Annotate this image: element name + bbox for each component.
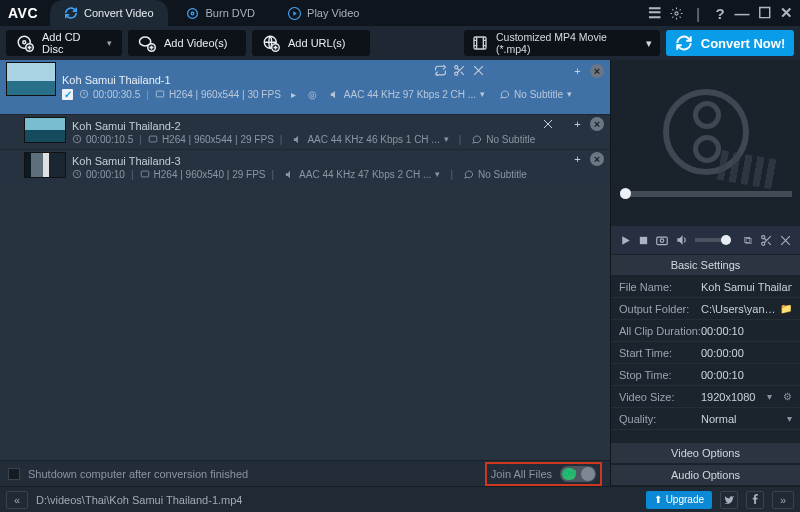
- subtitle-select[interactable]: No Subtitle▾: [495, 89, 576, 100]
- svg-point-1: [191, 12, 194, 15]
- scissors-icon[interactable]: [453, 64, 466, 77]
- scissors-icon[interactable]: [760, 233, 773, 248]
- svg-rect-20: [640, 236, 647, 243]
- folder-icon[interactable]: 📁: [780, 303, 792, 314]
- video-thumbnail: [24, 117, 66, 143]
- stop-button[interactable]: [638, 233, 649, 248]
- basic-settings-header[interactable]: Basic Settings: [611, 254, 800, 276]
- join-all-files-toggle[interactable]: ON: [560, 466, 596, 482]
- svg-point-0: [188, 8, 198, 18]
- globe-icon: [262, 34, 280, 52]
- filename-value[interactable]: Koh Samui Thailand-1: [701, 281, 792, 293]
- audio-select[interactable]: AAC 44 KHz 97 Kbps 2 CH ...▾: [325, 89, 489, 100]
- next-button[interactable]: »: [772, 491, 794, 509]
- shutdown-label: Shutdown computer after conversion finis…: [28, 468, 248, 480]
- right-panel: ⧉ Basic Settings File Name:Koh Samui Tha…: [610, 60, 800, 486]
- svg-rect-17: [149, 136, 157, 142]
- video-size-select[interactable]: 1920x1080▾ ⚙: [701, 391, 792, 403]
- chevron-down-icon: ▾: [107, 38, 112, 48]
- video-info: H264 | 960x544 | 29 FPS: [148, 134, 274, 145]
- add-cd-disc-button[interactable]: Add CD Disc ▾: [6, 30, 122, 56]
- add-icon[interactable]: +: [571, 153, 584, 166]
- volume-icon[interactable]: [675, 233, 689, 248]
- edit-icon[interactable]: [472, 64, 485, 77]
- upgrade-button[interactable]: ⬆ Upgrade: [646, 491, 712, 509]
- video-info: H264 | 960x540 | 29 FPS: [140, 169, 266, 180]
- audio-options-header[interactable]: Audio Options: [611, 464, 800, 486]
- status-bar: « D:\videos\Thai\Koh Samui Thailand-1.mp…: [0, 486, 800, 512]
- file-row[interactable]: Koh Samui Thailand-3 00:00:10 | H264 | 9…: [0, 149, 610, 184]
- video-thumbnail: [6, 62, 56, 96]
- settings-icon[interactable]: [668, 5, 684, 21]
- remove-button[interactable]: ×: [590, 152, 604, 166]
- close-icon[interactable]: ✕: [778, 5, 794, 21]
- chevron-down-icon: ▾: [787, 413, 792, 424]
- video-options-header[interactable]: Video Options: [611, 442, 800, 464]
- add-disc-icon: [16, 34, 34, 52]
- edit-icon[interactable]: [541, 117, 554, 130]
- svg-rect-13: [156, 91, 164, 97]
- svg-point-3: [674, 11, 677, 14]
- video-info: H264 | 960x544 | 30 FPS: [155, 89, 281, 100]
- audio-select[interactable]: AAC 44 KHz 47 Kbps 2 CH ...▾: [280, 169, 444, 180]
- audio-select[interactable]: AAC 44 KHz 46 Kbps 1 CH ...▾: [288, 134, 452, 145]
- loop-icon[interactable]: [434, 64, 447, 77]
- gear-icon[interactable]: ⚙: [783, 391, 792, 402]
- convert-now-button[interactable]: Convert Now!: [666, 30, 794, 56]
- subtitle-select[interactable]: No Subtitle: [459, 169, 531, 180]
- crop-icon[interactable]: [779, 233, 792, 248]
- svg-point-5: [23, 41, 26, 44]
- list-footer: Shutdown computer after conversion finis…: [0, 460, 610, 486]
- snapshot-button[interactable]: [655, 233, 669, 248]
- twitter-icon[interactable]: [720, 491, 738, 509]
- add-icon[interactable]: +: [571, 65, 584, 78]
- arrow-right-icon: ▸: [287, 88, 300, 101]
- join-all-files-label: Join All Files: [491, 468, 552, 480]
- file-row[interactable]: Koh Samui Thailand-2 00:00:10.5 | H264 |…: [0, 114, 610, 149]
- stop-time-value[interactable]: 00:00:10: [701, 369, 792, 381]
- help-icon[interactable]: ?: [712, 5, 728, 21]
- play-button[interactable]: [619, 233, 632, 248]
- file-row[interactable]: Koh Samui Thailand-1 ✓ 00:00:30.5 | H264…: [0, 60, 610, 114]
- duration-label: 00:00:10: [72, 169, 125, 180]
- link-icon[interactable]: ⧉: [743, 233, 754, 248]
- svg-rect-19: [141, 171, 149, 177]
- checkbox[interactable]: ✓: [62, 89, 73, 100]
- add-urls-button[interactable]: Add URL(s): [252, 30, 370, 56]
- remove-button[interactable]: ×: [590, 117, 604, 131]
- tab-label: Play Video: [307, 7, 359, 19]
- output-profile-select[interactable]: Customized MP4 Movie (*.mp4) ▾: [464, 30, 660, 56]
- output-folder-value[interactable]: C:\Users\yangh\Videos...📁: [701, 303, 792, 315]
- film-icon: [472, 35, 488, 51]
- target-icon: ◎: [306, 88, 319, 101]
- add-video-icon: [138, 34, 156, 52]
- tab-burn-dvd[interactable]: Burn DVD: [172, 0, 270, 26]
- svg-point-22: [661, 239, 665, 243]
- tab-label: Convert Video: [84, 7, 154, 19]
- preview-controls: ⧉: [611, 226, 800, 254]
- facebook-icon[interactable]: [746, 491, 764, 509]
- volume-slider[interactable]: [695, 238, 730, 242]
- duration-label: 00:00:30.5: [79, 89, 140, 100]
- maximize-icon[interactable]: ☐: [756, 5, 772, 21]
- quality-select[interactable]: Normal▾: [701, 413, 792, 425]
- file-name: Koh Samui Thailand-1: [62, 74, 604, 86]
- menu-icon[interactable]: ☰: [646, 5, 662, 21]
- add-icon[interactable]: +: [571, 118, 584, 131]
- subtitle-select[interactable]: No Subtitle: [467, 134, 539, 145]
- disc-icon: [186, 6, 200, 20]
- tab-play-video[interactable]: Play Video: [273, 0, 373, 26]
- tab-convert-video[interactable]: Convert Video: [50, 0, 168, 26]
- film-reel-icon: [663, 89, 749, 175]
- shutdown-checkbox[interactable]: [8, 468, 20, 480]
- start-time-value[interactable]: 00:00:00: [701, 347, 792, 359]
- preview-timeline[interactable]: [620, 191, 792, 197]
- file-name: Koh Samui Thailand-2: [72, 120, 604, 132]
- remove-button[interactable]: ×: [590, 64, 604, 78]
- add-videos-button[interactable]: Add Video(s): [128, 30, 246, 56]
- preview-area: [611, 60, 800, 226]
- prev-button[interactable]: «: [6, 491, 28, 509]
- current-file-path: D:\videos\Thai\Koh Samui Thailand-1.mp4: [36, 494, 242, 506]
- minimize-icon[interactable]: —: [734, 5, 750, 21]
- chevron-down-icon: ▾: [767, 391, 772, 402]
